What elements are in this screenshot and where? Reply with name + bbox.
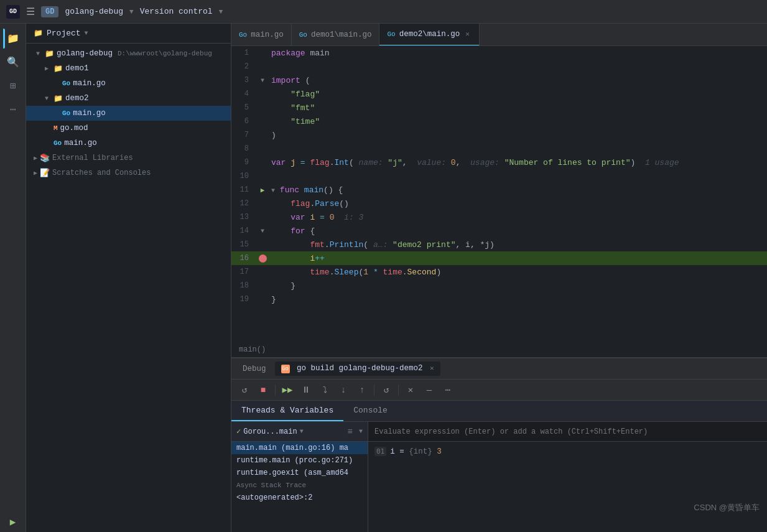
line-num-11: 11 bbox=[231, 185, 256, 194]
more-button[interactable]: ⋯ bbox=[440, 382, 456, 398]
line-num-2: 2 bbox=[231, 62, 256, 71]
line-content-4: "flag" bbox=[269, 90, 767, 99]
breakpoint-16[interactable] bbox=[259, 254, 267, 263]
tv-tab-threads[interactable]: Threads & Variables bbox=[231, 401, 343, 421]
line-num-13: 13 bbox=[231, 213, 256, 222]
stop-button[interactable]: ■ bbox=[255, 382, 271, 398]
tabs-bar: Go main.go Go demo1\main.go Go demo2\mai… bbox=[231, 24, 767, 46]
threads-header: ✓ Gorou...main ▼ ≡ ▼ bbox=[231, 422, 368, 442]
tab-demo2-close[interactable]: ✕ bbox=[463, 29, 472, 39]
line-content-13: var i = 0 i: 3 bbox=[269, 213, 767, 222]
goroutine-arrow-icon[interactable]: ▼ bbox=[300, 428, 304, 435]
thread-item-2-label: runtime.goexit (asm_amd64 bbox=[236, 469, 363, 477]
project-name[interactable]: golang-debug bbox=[65, 7, 123, 16]
tree-scratches[interactable]: ▶ 📝 Scratches and Consoles bbox=[26, 166, 231, 180]
thread-item-2[interactable]: runtime.goexit (asm_amd64 bbox=[231, 467, 368, 479]
debug-tab-build-close[interactable]: ✕ bbox=[430, 365, 434, 372]
line-content-16: i++ bbox=[269, 254, 767, 263]
resume-button[interactable]: ▶▶ bbox=[279, 382, 295, 398]
tree-demo2[interactable]: ▼ 📁 demo2 bbox=[26, 91, 231, 106]
tree-root-label: golang-debug bbox=[57, 49, 113, 58]
tree-root-arrow: ▼ bbox=[36, 50, 42, 57]
tree-root[interactable]: ▼ 📁 golang-debug D:\wwwroot\golang-debug bbox=[26, 46, 231, 61]
run-cursor-button[interactable]: ↺ bbox=[378, 382, 394, 398]
line-content-11: ▼ func main() { bbox=[269, 185, 767, 195]
version-control-label[interactable]: Version control bbox=[140, 7, 213, 16]
step-over-button[interactable]: ⤵ bbox=[317, 382, 333, 398]
code-line-8: 8 bbox=[231, 142, 767, 156]
fold-icon-3[interactable]: ▼ bbox=[261, 77, 264, 84]
goroutine-dropdown-icon[interactable]: ▼ bbox=[359, 428, 363, 435]
line-num-1: 1 bbox=[231, 49, 256, 57]
tree-root-main[interactable]: Go main.go bbox=[26, 136, 231, 151]
clear-button[interactable]: — bbox=[421, 382, 437, 398]
line-num-6: 6 bbox=[231, 117, 256, 126]
debug-tab-build-label: go build golang-debug-demo2 bbox=[297, 364, 423, 373]
debug-session-tabs: Debug Go go build golang-debug-demo2 ✕ bbox=[231, 358, 767, 380]
tree-root-folder-icon: 📁 bbox=[45, 49, 54, 58]
icon-bar-more[interactable]: ⋯ bbox=[3, 100, 23, 119]
line-content-19: } bbox=[269, 295, 767, 304]
debug-tab-debug[interactable]: Debug bbox=[236, 362, 272, 376]
tab-demo1-main[interactable]: Go demo1\main.go bbox=[292, 24, 380, 46]
code-line-10: 10 bbox=[231, 169, 767, 183]
line-content-17: time.Sleep(1 * time.Second) bbox=[269, 268, 767, 277]
pause-button[interactable]: ⏸ bbox=[298, 382, 314, 398]
tree-demo1-label: demo1 bbox=[65, 64, 89, 73]
thread-item-0[interactable]: main.main (main.go:16) ma bbox=[231, 442, 368, 454]
fold-icon-14[interactable]: ▼ bbox=[261, 228, 264, 235]
code-line-19: 19 } bbox=[231, 292, 767, 306]
bottom-panel: Debug Go go build golang-debug-demo2 ✕ ↺… bbox=[231, 358, 767, 532]
evaluate-input[interactable] bbox=[368, 422, 767, 442]
tree-gomod-label: go.mod bbox=[60, 124, 88, 133]
icon-bar-project[interactable]: 📁 bbox=[3, 29, 23, 49]
code-editor[interactable]: 1 package main 2 3 ▼ import ( bbox=[231, 46, 767, 342]
code-line-1: 1 package main bbox=[231, 46, 767, 60]
project-arrow-icon[interactable]: ▼ bbox=[129, 8, 134, 16]
tree-demo2-main[interactable]: Go main.go bbox=[26, 106, 231, 121]
hamburger-menu[interactable]: ☰ bbox=[26, 6, 35, 18]
thread-item-1[interactable]: runtime.main (proc.go:271) bbox=[231, 454, 368, 467]
project-header-arrow-icon[interactable]: ▼ bbox=[85, 30, 88, 37]
line-num-5: 5 bbox=[231, 103, 256, 112]
tree-external-icon: 📚 bbox=[40, 153, 50, 163]
debug-tab-build[interactable]: Go go build golang-debug-demo2 ✕ bbox=[275, 362, 440, 376]
folder-icon: 📁 bbox=[34, 29, 43, 38]
tree-external-arrow: ▶ bbox=[34, 154, 37, 162]
line-content-15: fmt.Println( a…: "demo2 print", i, *j) bbox=[269, 240, 767, 250]
run-icon-11[interactable]: ▶ bbox=[261, 186, 265, 194]
tree-demo1-folder-icon: 📁 bbox=[53, 64, 63, 73]
tree-gomod-icon: M bbox=[53, 124, 58, 132]
app-logo: GD bbox=[6, 5, 20, 19]
tree-gomod[interactable]: M go.mod bbox=[26, 121, 231, 136]
code-line-2: 2 bbox=[231, 60, 767, 73]
tree-demo1-main[interactable]: Go main.go bbox=[26, 76, 231, 91]
step-into-button[interactable]: ↓ bbox=[335, 382, 351, 398]
tree-root-path: D:\wwwroot\golang-debug bbox=[118, 50, 212, 57]
thread-item-3[interactable]: <autogenerated>:2 bbox=[231, 492, 368, 504]
tab-demo2-main[interactable]: Go demo2\main.go ✕ bbox=[379, 24, 479, 46]
tab-main-go[interactable]: Go main.go bbox=[231, 24, 292, 46]
icon-bar-search[interactable]: 🔍 bbox=[3, 52, 23, 72]
icon-bar-structure[interactable]: ⊞ bbox=[3, 76, 23, 96]
icon-bar-run[interactable]: ▶ bbox=[3, 512, 23, 532]
line-content-7: ) bbox=[269, 131, 767, 140]
line-num-15: 15 bbox=[231, 240, 256, 249]
threads-panel: ✓ Gorou...main ▼ ≡ ▼ main.main (main.go:… bbox=[231, 422, 368, 532]
tree-external-libraries[interactable]: ▶ 📚 External Libraries bbox=[26, 151, 231, 166]
tree-demo2-arrow: ▼ bbox=[45, 95, 51, 102]
variables-content: 01 i = {int} 3 bbox=[368, 442, 767, 532]
mute-button[interactable]: ✕ bbox=[402, 382, 419, 398]
tab-demo1-icon: Go bbox=[299, 31, 307, 39]
rerun-button[interactable]: ↺ bbox=[236, 382, 253, 398]
goroutine-select[interactable]: ✓ Gorou...main ▼ bbox=[236, 427, 304, 436]
code-line-7: 7 ) bbox=[231, 128, 767, 142]
code-line-18: 18 } bbox=[231, 279, 767, 292]
step-out-button[interactable]: ↑ bbox=[354, 382, 370, 398]
tree-demo1[interactable]: ▶ 📁 demo1 bbox=[26, 61, 231, 76]
vc-arrow-icon[interactable]: ▼ bbox=[219, 8, 223, 16]
tab-demo2-label: demo2\main.go bbox=[399, 30, 460, 39]
tv-tab-console[interactable]: Console bbox=[343, 401, 397, 421]
goroutine-lines-icon[interactable]: ≡ bbox=[348, 427, 353, 437]
thread-item-0-label: main.main (main.go:16) ma bbox=[236, 444, 363, 452]
